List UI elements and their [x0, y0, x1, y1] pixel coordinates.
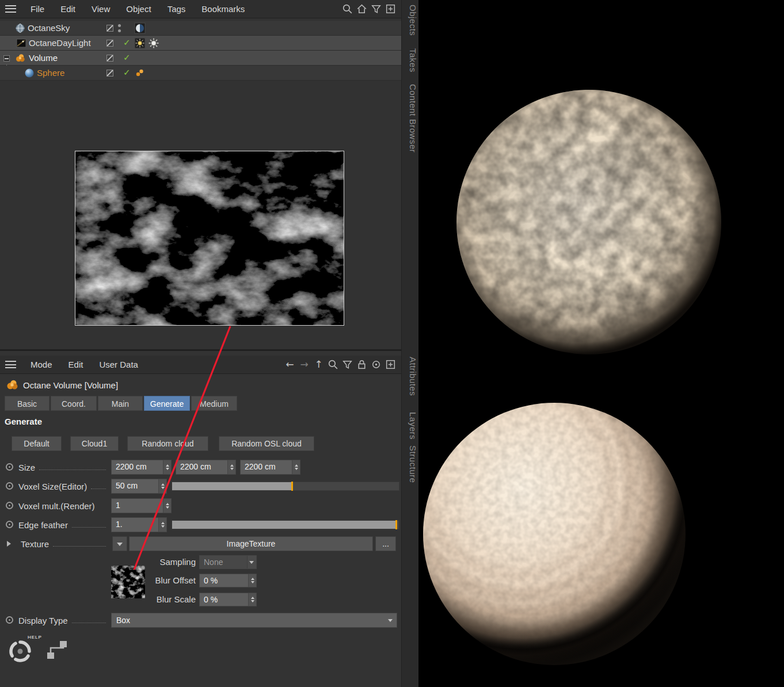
target-icon[interactable]	[370, 358, 382, 371]
visibility-dots-icon[interactable]	[118, 24, 121, 32]
tab-main[interactable]: Main	[98, 396, 143, 411]
size-x-field[interactable]: 2200 cm	[111, 460, 172, 475]
tree-row-octanedaylight[interactable]: OctaneDayLight ✓	[0, 36, 401, 51]
stepper-icon[interactable]	[227, 460, 235, 474]
sun-tag-icon[interactable]	[134, 37, 146, 49]
edge-feather-slider[interactable]	[172, 520, 399, 529]
blur-offset-label: Blur Offset	[146, 574, 196, 587]
sampling-dropdown[interactable]: None	[199, 555, 257, 569]
stepper-icon[interactable]	[163, 499, 171, 513]
stepper-icon[interactable]	[292, 460, 300, 474]
object-name[interactable]: Volume	[29, 53, 58, 63]
keyframe-circle-icon[interactable]	[6, 521, 13, 528]
voxel-mult-field[interactable]: 1	[111, 498, 172, 513]
attribute-manager: Mode Edit User Data ← → ↑ Octane Volume …	[0, 351, 401, 687]
enable-toggle-icon[interactable]	[106, 40, 113, 47]
preset-cloud1-button[interactable]: Cloud1	[70, 436, 119, 451]
keyframe-circle-icon[interactable]	[6, 616, 13, 624]
node-editor-icon[interactable]	[46, 639, 69, 663]
tab-attributes[interactable]: Attributes	[403, 357, 418, 396]
voxel-size-field[interactable]: 50 cm	[111, 479, 167, 494]
texture-thumbnail[interactable]	[111, 566, 145, 598]
enabled-check-icon[interactable]: ✓	[123, 37, 131, 48]
stepper-icon[interactable]	[158, 479, 166, 493]
search-icon[interactable]	[327, 358, 339, 371]
chevron-down-icon	[247, 556, 256, 568]
tab-medium[interactable]: Medium	[191, 396, 237, 411]
preset-default-button[interactable]: Default	[12, 436, 62, 451]
preset-random-cloud-button[interactable]: Random cloud	[127, 436, 208, 451]
back-arrow-icon[interactable]: ←	[284, 358, 296, 371]
menu-mode[interactable]: Mode	[22, 360, 60, 369]
object-name[interactable]: OctaneSky	[28, 23, 70, 33]
blur-scale-field[interactable]: 0 %	[199, 593, 257, 606]
menu-user-data[interactable]: User Data	[91, 360, 146, 369]
voxel-size-slider[interactable]	[172, 482, 399, 491]
keyframe-circle-icon[interactable]	[6, 463, 13, 471]
menu-tags[interactable]: Tags	[159, 4, 194, 14]
tab-objects[interactable]: Objects	[403, 5, 418, 36]
image-texture-button[interactable]: ImageTexture	[129, 536, 373, 551]
tab-coord[interactable]: Coord.	[51, 396, 97, 411]
panel-add-icon[interactable]	[385, 358, 397, 371]
blur-offset-field[interactable]: 0 %	[199, 574, 257, 587]
collapse-minus-icon[interactable]	[3, 55, 10, 62]
menu-file[interactable]: File	[22, 4, 52, 14]
expand-chevron-icon[interactable]	[7, 541, 11, 547]
tab-takes[interactable]: Takes	[403, 48, 418, 72]
enabled-check-icon[interactable]: ✓	[123, 52, 131, 63]
object-name[interactable]: Sphere	[37, 68, 64, 78]
octane-object-tag-icon[interactable]	[134, 67, 146, 79]
enable-toggle-icon[interactable]	[106, 55, 113, 62]
tree-row-volume[interactable]: Volume ✓	[0, 51, 401, 66]
sky-material-tag-icon[interactable]	[134, 22, 146, 34]
panel-add-icon[interactable]	[385, 3, 397, 15]
texture-type-dropdown[interactable]	[112, 536, 127, 551]
stepper-icon[interactable]	[248, 593, 256, 606]
filter-icon[interactable]	[370, 3, 382, 15]
tab-content-browser[interactable]: Content Browser	[403, 84, 418, 152]
stepper-icon[interactable]	[158, 518, 166, 532]
filter-icon[interactable]	[341, 358, 353, 371]
menu-edit[interactable]: Edit	[60, 360, 92, 369]
enable-toggle-icon[interactable]	[106, 25, 113, 32]
render-sphere-grainy	[456, 90, 721, 354]
enable-toggle-icon[interactable]	[106, 70, 113, 77]
enabled-check-icon[interactable]: ✓	[123, 67, 131, 78]
up-arrow-icon[interactable]: ↑	[313, 358, 325, 371]
edge-feather-field[interactable]: 1.	[111, 517, 167, 532]
tree-row-octanesky[interactable]: OctaneSky	[0, 21, 401, 36]
tab-generate[interactable]: Generate	[144, 396, 190, 411]
tab-structure[interactable]: Structure	[403, 445, 418, 483]
stepper-icon[interactable]	[163, 460, 171, 474]
object-name[interactable]: OctaneDayLight	[29, 38, 91, 48]
slider-marker[interactable]	[291, 482, 293, 491]
search-icon[interactable]	[341, 3, 353, 15]
forward-arrow-icon[interactable]: →	[298, 358, 310, 371]
sun-icon[interactable]	[148, 37, 159, 49]
octane-help-logo[interactable]: HELP	[7, 635, 47, 665]
tree-row-sphere[interactable]: Sphere ✓	[0, 66, 401, 81]
render-sphere-smooth	[423, 403, 686, 665]
slider-marker[interactable]	[395, 520, 397, 529]
texture-preview-window[interactable]	[75, 151, 344, 326]
lock-icon[interactable]	[356, 358, 368, 371]
size-y-field[interactable]: 2200 cm	[176, 460, 236, 475]
size-z-field[interactable]: 2200 cm	[240, 460, 300, 475]
keyframe-circle-icon[interactable]	[6, 482, 13, 490]
tab-layers[interactable]: Layers	[403, 412, 418, 440]
tab-basic[interactable]: Basic	[5, 396, 50, 411]
keyframe-circle-icon[interactable]	[6, 502, 13, 509]
preset-random-osl-cloud-button[interactable]: Random OSL cloud	[219, 436, 314, 451]
display-type-dropdown[interactable]: Box	[111, 613, 397, 628]
menu-object[interactable]: Object	[118, 4, 159, 14]
texture-more-button[interactable]: ...	[375, 536, 396, 551]
dotted-leader	[91, 488, 106, 489]
menu-view[interactable]: View	[83, 4, 118, 14]
menu-edit[interactable]: Edit	[52, 4, 83, 14]
menu-bookmarks[interactable]: Bookmarks	[193, 4, 253, 14]
stepper-icon[interactable]	[248, 574, 256, 587]
home-icon[interactable]	[356, 3, 368, 15]
hamburger-menu-icon[interactable]	[5, 361, 16, 368]
hamburger-menu-icon[interactable]	[5, 5, 16, 13]
